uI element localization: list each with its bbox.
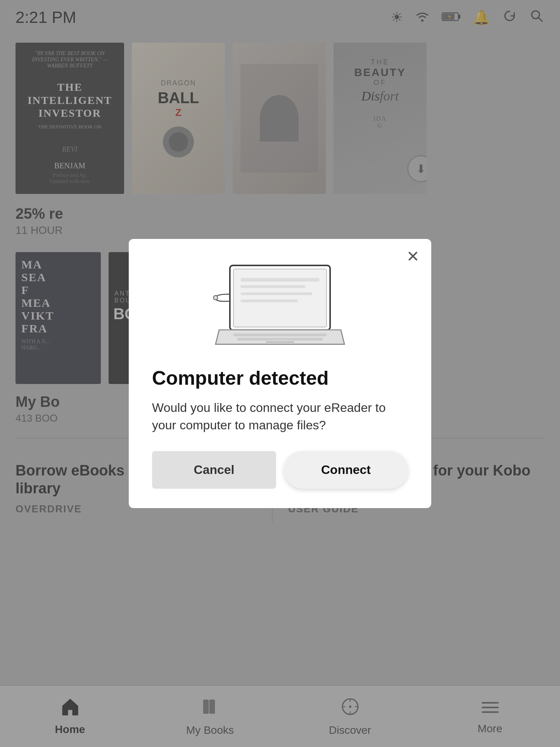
- modal-title: Computer detected: [152, 367, 408, 389]
- modal-actions: Cancel Connect: [152, 451, 408, 489]
- svg-point-20: [213, 296, 218, 300]
- svg-rect-26: [240, 292, 312, 295]
- svg-rect-25: [240, 285, 305, 288]
- modal-body: Would you like to connect your eReader t…: [152, 399, 408, 434]
- svg-rect-23: [266, 341, 294, 343]
- svg-rect-19: [233, 269, 327, 327]
- modal-overlay: ✕: [0, 0, 560, 747]
- computer-detected-modal: ✕: [129, 239, 431, 508]
- connect-button[interactable]: Connect: [284, 451, 408, 489]
- svg-rect-21: [233, 334, 327, 336]
- cancel-button[interactable]: Cancel: [152, 451, 276, 489]
- svg-rect-27: [240, 299, 298, 302]
- modal-close-button[interactable]: ✕: [406, 249, 420, 264]
- laptop-illustration: [152, 258, 408, 351]
- svg-rect-24: [240, 278, 319, 281]
- svg-rect-22: [237, 338, 323, 341]
